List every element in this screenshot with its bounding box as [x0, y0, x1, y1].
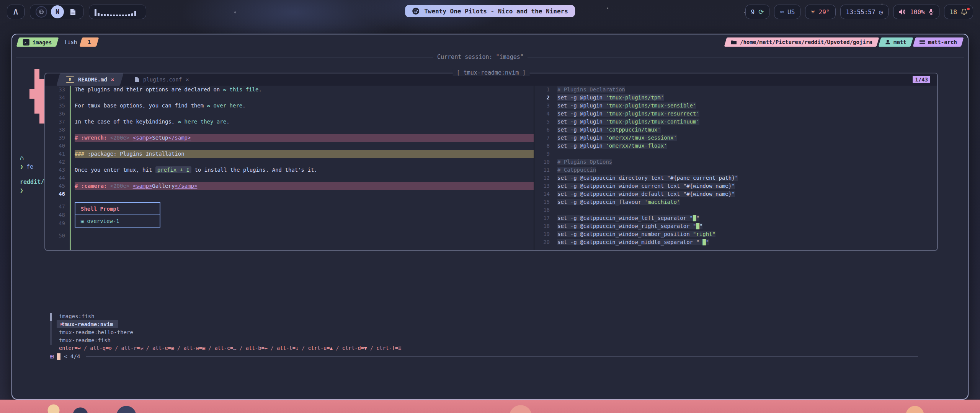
hint-separator: /	[333, 345, 342, 351]
line-number: 9	[534, 150, 550, 158]
tmux-popup-nvim: [ tmux-readme:nvim ] M README.md × plugi…	[44, 73, 938, 251]
fetch-pixel-art	[24, 69, 29, 73]
code-span: .	[242, 102, 245, 109]
code-span: <200e>	[110, 135, 133, 141]
code-span: "	[699, 223, 702, 229]
hint-separator: /	[174, 345, 183, 351]
close-icon[interactable]: ×	[186, 76, 189, 83]
line-number: 43	[45, 166, 65, 174]
session-item[interactable]: ▶tmux-readme:nvim	[49, 320, 949, 328]
keyboard-layout-module[interactable]: ⌨ US	[774, 5, 800, 19]
hint-separator: /	[299, 345, 308, 351]
launcher-button[interactable]: Λ	[7, 5, 24, 19]
code-span: 'tmux-plugins/tmux-continuum'	[606, 119, 699, 125]
line-number: 4	[534, 110, 550, 118]
code-span: "right"	[693, 231, 715, 237]
username: matt	[893, 39, 906, 45]
workspace-tab-images[interactable]: >_ images	[16, 37, 59, 47]
tab-plugins-conf[interactable]: plugins.conf ×	[126, 73, 199, 86]
session-item[interactable]: tmux-readme:fish	[49, 336, 949, 344]
code-span: In the case of the keybindings,	[75, 119, 178, 125]
visualizer-bar	[125, 15, 127, 16]
current-path: /home/matt/Pictures/reddit/Upvoted/gojir…	[740, 39, 872, 45]
line-number: 38	[45, 126, 65, 134]
tab-label: plugins.conf	[143, 76, 182, 83]
code-line-39: # :wrench: <200e> <samp>Setup</samp>	[75, 134, 534, 142]
hint-separator: /	[112, 345, 121, 351]
updates-module[interactable]: 9 ⟳	[745, 5, 770, 19]
prompt-chevron: ❯	[20, 187, 23, 194]
code-line-42	[75, 158, 534, 166]
line-number: 37	[45, 118, 65, 126]
code-span: 'tmux-plugins/tmux-resurrect'	[606, 111, 699, 117]
markdown-table: Shell Prompt▣overview-1	[75, 202, 160, 228]
visualizer-bar	[95, 9, 96, 16]
line-number: 18	[534, 222, 550, 230]
line-number: 11	[534, 166, 550, 174]
workspace-tab-fish[interactable]: fish	[64, 39, 77, 45]
media-widget[interactable]: Twenty One Pilots - Nico and the Niners	[405, 5, 575, 17]
spotify-icon	[412, 7, 420, 15]
line-number: 6	[534, 126, 550, 134]
code-span: █	[702, 239, 706, 245]
code-line-7: set -g @plugin 'omerxx/tmux-sessionx'	[557, 134, 937, 142]
code-span: 'tmux-plugins/tmux-sensible'	[606, 102, 696, 109]
code-span: set -g @catppuccin_directory_text	[557, 175, 667, 181]
keybind-hints: enter=↩ / alt-q=⊘ / alt-r=◲ / alt-e=◉ / …	[49, 345, 949, 351]
code-span: 'omerxx/tmux-sessionx'	[606, 135, 676, 141]
markdown-link[interactable]: ∞ this file	[223, 86, 259, 93]
code-span: set -g @catppuccin_window_number_positio…	[557, 231, 693, 237]
code-span: ###	[75, 151, 88, 157]
code-span: set -g @plugin	[557, 135, 606, 141]
code-line-18: set -g @catppuccin_window_right_separato…	[557, 222, 937, 230]
code-span: .	[226, 119, 229, 125]
session-item[interactable]: tmux-readme:hello-there	[49, 328, 949, 336]
close-icon[interactable]: ×	[111, 76, 114, 83]
picker-prompt-row: ⊞ < 4/4	[49, 353, 949, 360]
tab-readme[interactable]: M README.md ×	[56, 73, 123, 86]
workspace-tab-1[interactable]: 1	[80, 37, 99, 47]
code-line-35: For tmux base options, you can find them…	[75, 102, 534, 110]
code-line-43: Once you enter tmux, hit prefix + I to i…	[75, 166, 534, 174]
code-line-6: set -g @plugin 'catppuccin/tmux'	[557, 126, 937, 134]
visualizer-bar	[104, 14, 106, 16]
code-line-37: In the case of the keybindings, ∞ here t…	[75, 118, 534, 126]
nvim-editor: 333435363738394041424344454647484950 The…	[45, 86, 937, 250]
file-icon	[135, 77, 139, 83]
terminal-window: >_ images fish 1 /home/matt/Pictures/red…	[11, 34, 969, 400]
code-span: set -g @plugin	[557, 143, 606, 149]
weather-module[interactable]: ☀ 29°	[805, 5, 835, 19]
code-span: "	[706, 239, 709, 245]
keybind-hint: enter=↩	[59, 345, 81, 351]
clock-module[interactable]: 13:55:57 ◷	[840, 5, 889, 19]
volume-module[interactable]: 100%	[893, 5, 939, 19]
markdown-link[interactable]: ∞ here they are	[178, 119, 226, 125]
neovim-icon[interactable]: N	[51, 5, 64, 18]
plugins-conf-content: # Plugins Declarationset -g @plugin 'tmu…	[555, 86, 937, 250]
hint-separator: /	[205, 345, 214, 351]
keybind-hint: alt-q=⊘	[90, 345, 112, 351]
code-line-36	[75, 110, 534, 118]
table-cell: ▣overview-1	[75, 215, 160, 227]
top-bar: Λ N Twenty One Pilots - Nico and the Nin…	[0, 4, 980, 20]
table-cell: Shell Prompt	[75, 203, 160, 215]
line-number: 34	[45, 94, 65, 102]
line-number: 3	[534, 102, 550, 110]
code-line-44	[75, 174, 534, 182]
line-number: 49	[45, 220, 65, 228]
session-item[interactable]: images:fish	[49, 312, 949, 320]
file-manager-icon[interactable]	[68, 7, 78, 17]
browser-icon[interactable]	[36, 6, 47, 18]
keyboard-layout: US	[787, 8, 795, 16]
clock-time: 13:55:57	[846, 8, 875, 16]
line-number: 19	[534, 230, 550, 238]
code-span: set -g @plugin	[557, 94, 606, 101]
divider	[528, 57, 964, 57]
markdown-link[interactable]: ∞ over here	[207, 102, 243, 109]
code-span: set -g @catppuccin_window_current_text	[557, 183, 683, 189]
text-cursor[interactable]	[57, 353, 60, 360]
plugins-conf-pane[interactable]: 1234567891011121314151617181920 # Plugin…	[534, 86, 937, 250]
readme-pane[interactable]: 333435363738394041424344454647484950 The…	[45, 86, 534, 250]
notifications-module[interactable]: 18	[944, 5, 973, 19]
image-icon: ▣	[81, 217, 84, 225]
